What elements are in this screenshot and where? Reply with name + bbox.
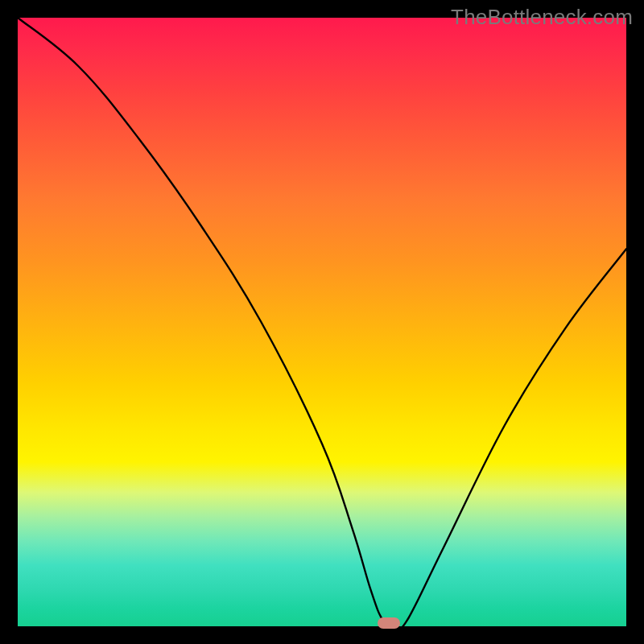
bottleneck-curve xyxy=(18,18,626,626)
optimal-marker xyxy=(378,617,400,629)
watermark-text: TheBottleneck.com xyxy=(451,5,633,30)
